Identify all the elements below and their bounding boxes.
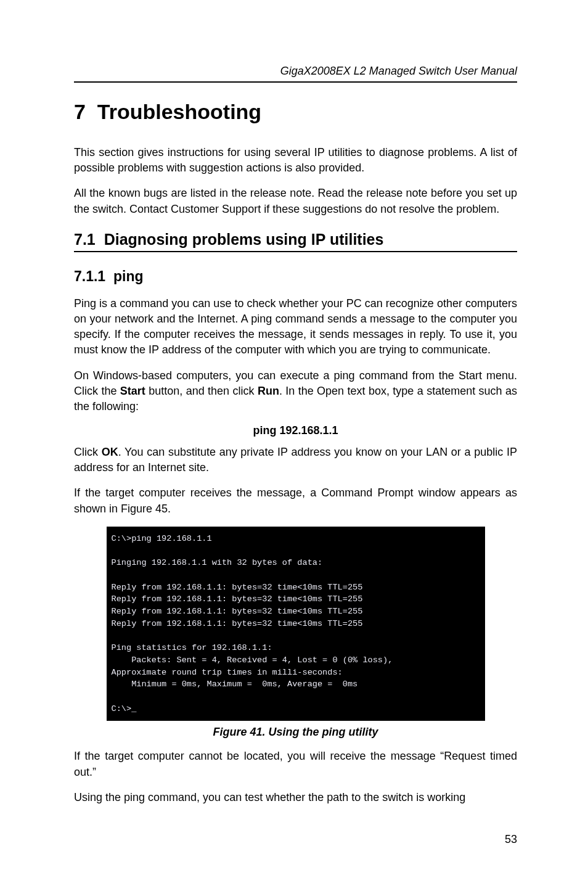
chapter-number: 7 <box>74 100 86 123</box>
section-title: Diagnosing problems using IP utilities <box>104 231 384 248</box>
chapter-heading: 7 Troubleshooting <box>74 100 517 124</box>
ping-command: ping 192.168.1.1 <box>74 424 517 437</box>
ping-para-3: Click OK. You can substitute any private… <box>74 445 517 475</box>
text-run: . You can substitute any private IP addr… <box>74 446 517 474</box>
subsection-title: ping <box>113 268 144 284</box>
start-label: Start <box>120 385 145 397</box>
section-7-1-heading: 7.1 Diagnosing problems using IP utiliti… <box>74 231 517 252</box>
figure-caption: Figure 41. Using the ping utility <box>74 726 517 739</box>
ping-para-4: If the target computer receives the mess… <box>74 485 517 516</box>
ok-label: OK <box>102 446 118 458</box>
running-header: GigaX2008EX L2 Managed Switch User Manua… <box>74 65 517 83</box>
chapter-title: Troubleshooting <box>97 100 261 123</box>
terminal-screenshot: C:\>ping 192.168.1.1 Pinging 192.168.1.1… <box>107 527 485 721</box>
subsection-number: 7.1.1 <box>74 268 105 284</box>
section-7-1-1-heading: 7.1.1 ping <box>74 268 517 285</box>
ping-para-1: Ping is a command you can use to check w… <box>74 296 517 358</box>
run-label: Run <box>258 385 279 397</box>
ping-para-2: On Windows-based computers, you can exec… <box>74 368 517 415</box>
intro-para-1: This section gives instructions for usin… <box>74 145 517 176</box>
intro-para-2: All the known bugs are listed in the rel… <box>74 186 517 216</box>
text-run: Click <box>74 446 102 458</box>
text-run: button, and then click <box>145 385 258 397</box>
ping-para-5: If the target computer cannot be located… <box>74 749 517 779</box>
page-number: 53 <box>505 833 517 846</box>
ping-para-6: Using the ping command, you can test whe… <box>74 790 517 805</box>
section-number: 7.1 <box>74 231 96 248</box>
